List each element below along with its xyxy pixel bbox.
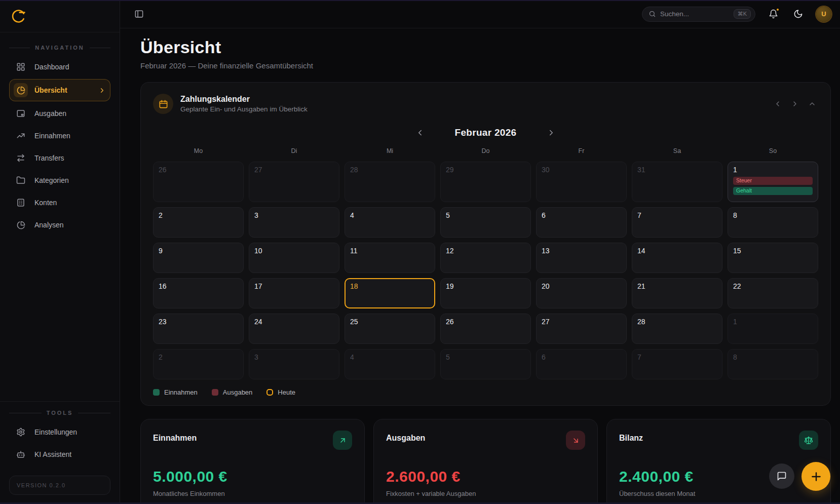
event-pill[interactable]: Gehalt <box>733 187 813 195</box>
sidebar-item-transfers[interactable]: Transfers <box>9 148 110 168</box>
calendar-day-cell[interactable]: 7 <box>632 207 722 238</box>
message-square-icon <box>777 471 787 481</box>
calendar-day-cell[interactable]: 3 <box>249 349 339 379</box>
sidebar-item-dashboard[interactable]: Dashboard <box>9 57 110 77</box>
calendar-day-cell[interactable]: 10 <box>249 243 339 273</box>
chevron-right-icon <box>791 100 799 108</box>
legend-label: Einnahmen <box>164 389 198 396</box>
card-collapse-button[interactable] <box>806 98 818 110</box>
topbar: ⌘K U <box>120 0 840 28</box>
sidebar-item-einstellungen[interactable]: Einstellungen <box>9 422 110 442</box>
calendar-day-cell[interactable]: 26 <box>440 314 531 344</box>
search-bar[interactable]: ⌘K <box>642 7 755 22</box>
calendar-day-cell[interactable]: 24 <box>249 314 339 344</box>
sidebar-item-label: KI Assistent <box>34 450 71 458</box>
day-number: 22 <box>733 282 813 290</box>
day-number: 2 <box>159 211 238 219</box>
calendar-day-cell[interactable]: 28 <box>632 314 722 344</box>
chat-fab-button[interactable] <box>769 463 794 489</box>
calendar-day-cell[interactable]: 30 <box>536 162 627 202</box>
calendar-day-cell[interactable]: 8 <box>728 349 818 379</box>
calendar-day-cell[interactable]: 20 <box>536 278 627 308</box>
notifications-button[interactable] <box>767 7 780 21</box>
calendar-day-cell[interactable]: 27 <box>249 162 339 202</box>
calendar-day-cell[interactable]: 15 <box>728 243 818 273</box>
calendar-day-cell[interactable]: 8 <box>728 207 818 238</box>
sidebar-item-uebersicht[interactable]: Übersicht <box>9 79 110 101</box>
calendar-day-cell[interactable]: 16 <box>153 278 244 308</box>
event-pill[interactable]: Steuer <box>733 177 813 185</box>
card-prev-button[interactable] <box>772 98 784 110</box>
sidebar-item-ausgaben[interactable]: Ausgaben <box>9 103 110 124</box>
calendar-grid: 26 27 28 <box>153 162 818 379</box>
calendar-day-cell[interactable]: 22 <box>728 278 818 308</box>
calendar-day-cell[interactable]: 3 <box>249 207 339 238</box>
calendar-card-subtitle: Geplante Ein- und Ausgaben im Überblick <box>180 105 308 113</box>
calendar-day-cell[interactable]: 9 <box>153 243 244 273</box>
window-edge-top <box>0 0 840 1</box>
calendar-day-cell[interactable]: 5 <box>440 349 531 379</box>
calendar-day-cell[interactable]: 6 <box>536 207 627 238</box>
calendar-day-cell[interactable]: 11 <box>345 243 435 273</box>
legend-label: Ausgaben <box>223 389 253 396</box>
calendar-day-cell[interactable]: 12 <box>440 243 531 273</box>
chevron-left-icon <box>415 128 425 137</box>
calendar-day-cell[interactable]: 4 <box>345 207 435 238</box>
day-number: 31 <box>637 166 717 174</box>
calendar-day-cell[interactable]: 29 <box>440 162 531 202</box>
gear-icon <box>14 425 28 439</box>
day-number: 7 <box>637 211 717 219</box>
add-fab-button[interactable] <box>801 462 830 491</box>
sidebar-nav: Dashboard Übersicht Ausgaben Einnahmen T… <box>0 57 120 237</box>
sidebar-item-analysen[interactable]: Analysen <box>9 215 110 235</box>
legend-item-einnahmen: Einnahmen <box>153 389 198 396</box>
calendar-day-cell[interactable]: 6 <box>536 349 627 379</box>
previous-month-button[interactable] <box>413 126 427 139</box>
sidebar-item-ki-assistent[interactable]: KI Assistent <box>9 444 110 464</box>
calendar-day-cell[interactable]: 4 <box>345 349 435 379</box>
sidebar-toggle-button[interactable] <box>132 7 146 21</box>
stat-title: Einnahmen <box>153 431 197 443</box>
day-number: 5 <box>446 353 525 361</box>
calendar-day-cell[interactable]: 17 <box>249 278 339 308</box>
calendar-day-cell[interactable]: 14 <box>632 243 722 273</box>
calendar-day-cell[interactable]: 1 <box>728 314 818 344</box>
avatar[interactable]: U <box>816 7 831 22</box>
calendar-day-cell[interactable]: 18 <box>345 278 435 308</box>
day-number: 30 <box>542 166 621 174</box>
building-icon <box>14 196 28 210</box>
calendar-day-cell[interactable]: 7 <box>632 349 722 379</box>
day-number: 27 <box>542 318 621 326</box>
trending-up-icon <box>14 129 28 143</box>
calendar-day-cell[interactable]: 13 <box>536 243 627 273</box>
sidebar-item-kategorien[interactable]: Kategorien <box>9 170 110 190</box>
chevron-right-icon <box>547 128 556 137</box>
calendar-day-cell[interactable]: 25 <box>345 314 435 344</box>
sidebar-item-einnahmen[interactable]: Einnahmen <box>9 126 110 146</box>
theme-toggle-button[interactable] <box>791 7 805 21</box>
day-number: 3 <box>254 211 334 219</box>
day-number: 26 <box>446 318 525 326</box>
arrow-down-right-icon <box>566 431 585 450</box>
calendar-day-cell[interactable]: 26 <box>153 162 244 202</box>
sidebar-item-konten[interactable]: Konten <box>9 192 110 213</box>
calendar-day-cell[interactable]: 27 <box>536 314 627 344</box>
stats-row: Einnahmen 5.000,00 € Monatliches Einkomm… <box>140 419 831 504</box>
day-number: 6 <box>542 353 621 361</box>
calendar-day-cell[interactable]: 28 <box>345 162 435 202</box>
next-month-button[interactable] <box>545 126 558 139</box>
calendar-day-cell[interactable]: 31 <box>632 162 722 202</box>
card-next-button[interactable] <box>789 98 801 110</box>
calendar-day-cell[interactable]: 2 <box>153 207 244 238</box>
logo-area <box>0 0 120 32</box>
calendar-day-cell[interactable]: 23 <box>153 314 244 344</box>
calendar-day-cell[interactable]: 21 <box>632 278 722 308</box>
search-input[interactable] <box>660 10 730 18</box>
notification-dot <box>776 8 780 12</box>
calendar-day-cell[interactable]: 2 <box>153 349 244 379</box>
calendar-day-cell[interactable]: 5 <box>440 207 531 238</box>
calendar-day-cell[interactable]: 19 <box>440 278 531 308</box>
day-number: 13 <box>542 247 621 255</box>
day-number: 1 <box>733 166 813 174</box>
calendar-day-cell[interactable]: 1 SteuerGehalt <box>728 162 818 202</box>
